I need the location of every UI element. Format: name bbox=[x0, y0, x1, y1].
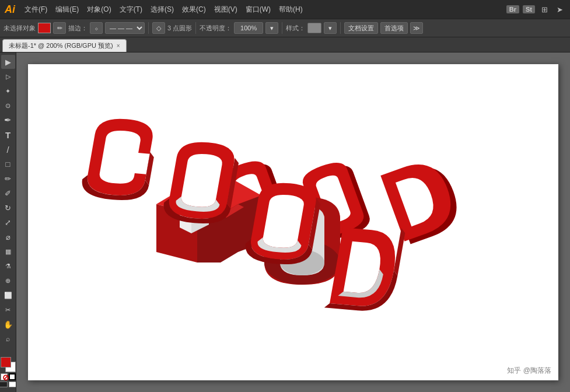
white-swatch[interactable] bbox=[9, 382, 17, 387]
menu-select[interactable]: 选择(S) bbox=[147, 4, 177, 16]
stroke-dropdown[interactable]: — — — bbox=[105, 22, 145, 34]
style-label: 样式： bbox=[286, 24, 305, 33]
title-bar: Ai 文件(F) 编辑(E) 对象(O) 文字(T) 选择(S) 效果(C) 视… bbox=[0, 0, 570, 19]
st-badge: St bbox=[523, 5, 535, 13]
menu-effect[interactable]: 效果(C) bbox=[179, 4, 209, 16]
magic-wand-tool[interactable]: ✦ bbox=[1, 84, 15, 98]
lasso-tool[interactable]: ⊙ bbox=[1, 99, 15, 113]
tab-bar: 未标题-1* @ 200% (RGB/GPU 预览) × bbox=[0, 37, 570, 52]
document-tab[interactable]: 未标题-1* @ 200% (RGB/GPU 预览) × bbox=[2, 39, 127, 52]
menu-bar: 文件(F) 编辑(E) 对象(O) 文字(T) 选择(S) 效果(C) 视图(V… bbox=[21, 4, 306, 16]
fill-color-box[interactable] bbox=[38, 23, 51, 33]
hand-tool[interactable]: ✋ bbox=[1, 317, 15, 331]
tab-label: 未标题-1* @ 200% (RGB/GPU 预览) bbox=[9, 41, 113, 50]
menu-help[interactable]: 帮助(H) bbox=[275, 4, 306, 16]
ai-logo: Ai bbox=[5, 4, 15, 16]
zoom-tool[interactable]: ⌕ bbox=[1, 332, 15, 346]
pencil-tool[interactable]: ✐ bbox=[1, 186, 15, 200]
none-swatch[interactable]: ⊘ bbox=[1, 373, 8, 380]
no-selection-label: 未选择对象 bbox=[4, 24, 36, 33]
menu-file[interactable]: 文件(F) bbox=[21, 4, 51, 16]
main-area: ▶ ▷ ✦ ⊙ ✒ T / □ ✏ ✐ ↻ ⤢ ⌀ ▦ ⚗ ⊕ ⬜ ✂ ✋ ⌕ … bbox=[0, 52, 570, 392]
foreground-color-box[interactable] bbox=[1, 357, 11, 368]
toolbar: 未选择对象 ✏ 描边： ⬦ — — — ◇ 3 点圆形 不透明度： ▾ 样式： … bbox=[0, 19, 570, 37]
menu-object[interactable]: 对象(O) bbox=[83, 4, 114, 16]
color-area: ⊘ bbox=[0, 357, 16, 390]
canvas-area[interactable]: .face-top { fill: #cc1111; } .face-left … bbox=[16, 52, 570, 392]
stroke-swatch[interactable] bbox=[9, 373, 16, 380]
rect-tool[interactable]: □ bbox=[1, 157, 15, 171]
watermark: 知乎 @陶落落 bbox=[507, 366, 551, 376]
more-options-icon[interactable]: ≫ bbox=[410, 22, 423, 34]
stroke-selector[interactable]: ⬦ bbox=[90, 22, 103, 34]
preferences-button[interactable]: 首选项 bbox=[380, 22, 408, 34]
pen-tool[interactable]: ✒ bbox=[1, 113, 15, 127]
eyedropper-tool[interactable]: ⚗ bbox=[1, 259, 15, 273]
style-dropdown-icon[interactable]: ▾ bbox=[324, 22, 337, 34]
doc-settings-button[interactable]: 文档设置 bbox=[344, 22, 378, 34]
stroke-value: 3 点圆形 bbox=[167, 24, 192, 33]
black-swatch[interactable] bbox=[0, 382, 8, 387]
canvas-background: .face-top { fill: #cc1111; } .face-left … bbox=[28, 64, 558, 380]
artboard-tool[interactable]: ⬜ bbox=[1, 288, 15, 302]
style-swatch[interactable] bbox=[307, 23, 321, 33]
divider3 bbox=[282, 22, 282, 34]
opacity-input[interactable] bbox=[234, 22, 263, 34]
toolbox: ▶ ▷ ✦ ⊙ ✒ T / □ ✏ ✐ ↻ ⤢ ⌀ ▦ ⚗ ⊕ ⬜ ✂ ✋ ⌕ … bbox=[0, 52, 16, 392]
send-icon[interactable]: ➤ bbox=[554, 4, 565, 15]
line-tool[interactable]: / bbox=[1, 142, 15, 156]
title-bar-right: Br St ⊞ ➤ bbox=[506, 4, 565, 15]
warp-tool[interactable]: ⌀ bbox=[1, 230, 15, 244]
color-none-row: ⊘ bbox=[1, 373, 16, 380]
stroke-label: 描边： bbox=[68, 24, 88, 33]
scale-tool[interactable]: ⤢ bbox=[1, 215, 15, 229]
brush-icon[interactable]: ✏ bbox=[53, 22, 66, 34]
br-badge: Br bbox=[506, 5, 519, 13]
divider2 bbox=[195, 22, 196, 34]
divider4 bbox=[340, 22, 341, 34]
paintbrush-tool[interactable]: ✏ bbox=[1, 172, 15, 186]
svg-rect-11 bbox=[117, 151, 149, 174]
slice-tool[interactable]: ✂ bbox=[1, 303, 15, 317]
menu-window[interactable]: 窗口(W) bbox=[242, 4, 274, 16]
menu-edit[interactable]: 编辑(E) bbox=[52, 4, 82, 16]
color-stack bbox=[1, 357, 16, 372]
opacity-dropdown-icon[interactable]: ▾ bbox=[265, 22, 278, 34]
type-tool[interactable]: T bbox=[1, 128, 15, 142]
symbol-spray-tool[interactable]: ⊕ bbox=[1, 274, 15, 288]
menu-view[interactable]: 视图(V) bbox=[211, 4, 241, 16]
direct-select-tool[interactable]: ▷ bbox=[1, 69, 15, 83]
divider1 bbox=[148, 22, 149, 34]
rotate-tool[interactable]: ↻ bbox=[1, 201, 15, 215]
opacity-label: 不透明度： bbox=[200, 24, 232, 33]
menu-type[interactable]: 文字(T) bbox=[116, 4, 146, 16]
gradient-tool[interactable]: ▦ bbox=[1, 244, 15, 258]
stroke-weight-icon[interactable]: ◇ bbox=[152, 22, 165, 34]
select-tool[interactable]: ▶ bbox=[1, 55, 15, 69]
tab-close-button[interactable]: × bbox=[117, 43, 120, 49]
grid-icon[interactable]: ⊞ bbox=[538, 4, 550, 15]
color-extras-row bbox=[0, 382, 16, 387]
